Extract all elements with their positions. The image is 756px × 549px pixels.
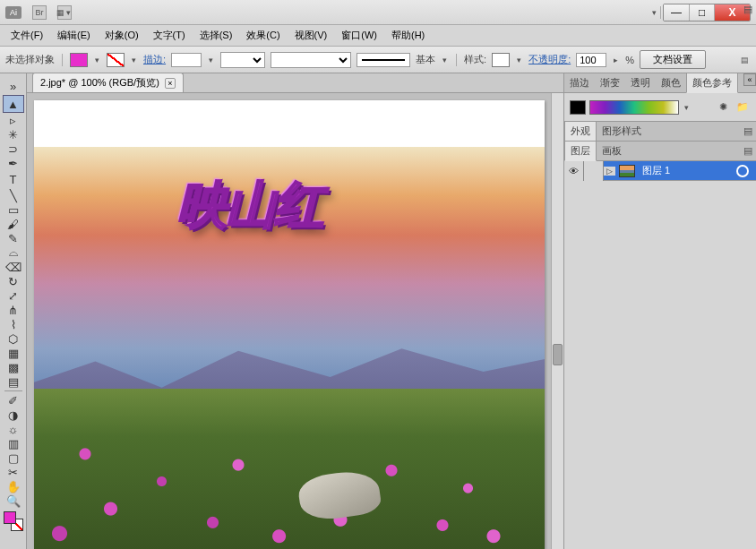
eraser-tool[interactable]: ⌫	[3, 260, 24, 274]
window-controls: — □ X	[663, 4, 751, 21]
color-wheel-icon[interactable]: ✺	[715, 100, 731, 115]
lasso-tool[interactable]: ⊃	[3, 142, 24, 156]
artwork-text[interactable]: 映山红	[177, 172, 322, 240]
blend-tool[interactable]: ◑	[3, 407, 24, 422]
tab-graphic-styles[interactable]: 图形样式	[597, 122, 647, 141]
layer-row[interactable]: 👁 ▷ 图层 1	[564, 161, 756, 181]
pencil-tool[interactable]: ✎	[3, 231, 24, 245]
menu-view[interactable]: 视图(V)	[288, 25, 335, 46]
canvas[interactable]: 映山红	[27, 93, 563, 549]
panel-menu-icon[interactable]: ▤	[743, 145, 752, 157]
scrollbar-thumb[interactable]	[553, 344, 563, 365]
opacity-input[interactable]	[576, 53, 606, 67]
panel-menu-icon[interactable]: ▤	[743, 4, 752, 15]
stroke-profile-select[interactable]	[220, 52, 265, 68]
pen-tool[interactable]: ✒	[3, 156, 24, 170]
fill-swatch[interactable]	[70, 53, 88, 67]
toolbox-collapse-icon[interactable]: »	[3, 77, 24, 95]
rotate-tool[interactable]: ↻	[3, 274, 24, 288]
hand-tool[interactable]: ✋	[3, 479, 24, 493]
tab-color[interactable]: 颜色	[656, 73, 686, 92]
workspace-dropdown-icon[interactable]: ▾	[650, 8, 658, 17]
brush-basic-label: 基本	[416, 53, 435, 66]
document-close-icon[interactable]: ×	[165, 78, 176, 89]
tab-gradient[interactable]: 渐变	[595, 73, 625, 92]
chevron-down-icon[interactable]: ▾	[683, 103, 691, 112]
tab-transparency[interactable]: 透明	[625, 73, 656, 92]
symbol-tool[interactable]: ☼	[3, 422, 24, 436]
chevron-down-icon[interactable]: ▾	[130, 56, 138, 64]
perspective-tool[interactable]: ▦	[3, 346, 24, 360]
stroke-link[interactable]: 描边:	[143, 53, 166, 66]
arrange-docs-icon[interactable]: ▦▾	[57, 5, 72, 20]
tab-layers[interactable]: 图层	[564, 141, 597, 161]
gradient-tool[interactable]: ▤	[3, 374, 24, 389]
layer-name[interactable]: 图层 1	[639, 164, 736, 177]
width-tool[interactable]: ⋔	[3, 303, 24, 317]
menu-type[interactable]: 文字(T)	[146, 25, 193, 46]
lock-toggle[interactable]	[584, 161, 604, 181]
tab-appearance[interactable]: 外观	[564, 121, 597, 142]
menu-edit[interactable]: 编辑(E)	[50, 25, 98, 46]
style-swatch[interactable]	[492, 53, 510, 67]
visibility-toggle[interactable]: 👁	[564, 161, 584, 181]
stroke-weight-input[interactable]	[171, 53, 202, 67]
menu-window[interactable]: 窗口(W)	[334, 25, 384, 46]
brush-select[interactable]	[271, 52, 351, 68]
chevron-down-icon[interactable]: ▾	[207, 56, 215, 64]
chevron-down-icon[interactable]: ▾	[441, 56, 449, 64]
bridge-icon[interactable]: Br	[32, 5, 47, 20]
graph-tool[interactable]: ▥	[3, 436, 24, 450]
brush-preview[interactable]	[357, 53, 410, 67]
artboard-tool[interactable]: ▢	[3, 450, 24, 465]
fill-stroke-swatch[interactable]	[4, 511, 23, 531]
menu-file[interactable]: 文件(F)	[4, 25, 50, 46]
document-setup-button[interactable]: 文档设置	[640, 50, 706, 69]
slice-tool[interactable]: ✂	[3, 465, 24, 479]
percent-label: %	[625, 55, 634, 65]
zoom-tool[interactable]: 🔍	[3, 493, 24, 508]
menu-object[interactable]: 对象(O)	[98, 25, 146, 46]
control-menu-icon[interactable]: ▤	[739, 56, 751, 64]
menu-select[interactable]: 选择(S)	[193, 25, 240, 46]
line-tool[interactable]: ╲	[3, 188, 24, 202]
stroke-swatch[interactable]	[107, 53, 125, 67]
shape-builder-tool[interactable]: ⬡	[3, 331, 24, 346]
brush-tool[interactable]: 🖌	[3, 217, 24, 231]
document-area: 2.jpg* @ 100% (RGB/预览) × 映山红	[27, 73, 563, 549]
mesh-tool[interactable]: ▩	[3, 360, 24, 374]
chevron-down-icon[interactable]: ▾	[515, 56, 523, 64]
base-color-swatch[interactable]	[570, 100, 586, 115]
document-tab[interactable]: 2.jpg* @ 100% (RGB/预览) ×	[32, 73, 184, 92]
tab-artboards[interactable]: 画板	[597, 142, 627, 160]
save-group-icon[interactable]: 📁	[735, 100, 751, 115]
opacity-stepper-icon[interactable]: ▸	[612, 56, 620, 64]
disclosure-icon[interactable]: ▷	[604, 167, 615, 176]
menu-effect[interactable]: 效果(C)	[239, 25, 287, 46]
layer-thumbnail	[619, 165, 635, 177]
maximize-button[interactable]: □	[689, 4, 714, 21]
eyedropper-tool[interactable]: ✐	[3, 393, 24, 407]
magic-wand-tool[interactable]: ✳	[3, 127, 24, 142]
vertical-scrollbar[interactable]	[551, 93, 563, 549]
panel-menu-icon[interactable]: ▤	[743, 125, 752, 137]
menu-help[interactable]: 帮助(H)	[384, 25, 432, 46]
minimize-button[interactable]: —	[664, 4, 689, 21]
opacity-link[interactable]: 不透明度:	[528, 53, 571, 66]
selection-tool[interactable]: ▲	[3, 95, 24, 113]
app-logo: Ai	[5, 6, 21, 19]
harmony-swatches[interactable]	[589, 100, 679, 115]
type-tool[interactable]: T	[3, 170, 24, 188]
chevron-down-icon[interactable]: ▾	[93, 56, 101, 64]
blob-brush-tool[interactable]: ⌓	[3, 245, 24, 260]
tool-separator	[4, 390, 22, 391]
rectangle-tool[interactable]: ▭	[3, 202, 24, 217]
panel-dock-collapse-icon[interactable]: «	[743, 73, 756, 86]
tab-stroke[interactable]: 描边	[564, 73, 595, 92]
tab-color-guide[interactable]: 颜色参考	[686, 73, 738, 93]
warp-tool[interactable]: ⌇	[3, 317, 24, 331]
scale-tool[interactable]: ⤢	[3, 288, 24, 303]
foreground-color[interactable]	[4, 511, 16, 524]
direct-selection-tool[interactable]: ▹	[3, 113, 24, 127]
target-icon[interactable]	[736, 165, 749, 177]
